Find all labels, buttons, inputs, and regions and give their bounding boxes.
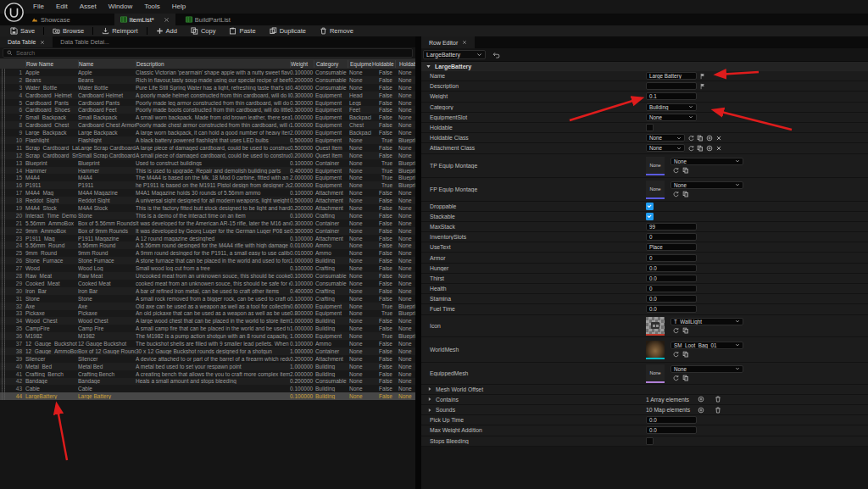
name-input[interactable]: Large Battery	[646, 72, 697, 80]
table-row[interactable]: 29Cooked_MeatCooked Meatcooked meat from…	[0, 280, 415, 287]
row-drag-handle[interactable]	[0, 242, 7, 249]
equipmentslot-dropdown[interactable]: None	[646, 114, 697, 121]
use-selected-icon[interactable]	[672, 375, 679, 381]
max-weight-addition-input[interactable]: 0.0	[646, 426, 697, 434]
property-row-attachment-class[interactable]: Attachment ClassNone	[421, 143, 868, 153]
holdable-checkbox[interactable]	[646, 124, 654, 131]
close-icon[interactable]	[164, 17, 170, 23]
table-row[interactable]: 229mm_AmmoBoxBox of 9mm RoundsIt was dev…	[0, 227, 415, 235]
tab-row-editor[interactable]: Row Editor	[421, 36, 475, 48]
table-row[interactable]: 27WoodWood LogSmall wood log cut from a …	[0, 264, 415, 272]
property-row-usetext[interactable]: UseTextPlace	[421, 242, 868, 253]
expander-collapsed-icon[interactable]	[427, 386, 432, 392]
table-row[interactable]: 33PickaxePickaxeAn old pickaxe that can …	[0, 310, 415, 318]
row-drag-handle[interactable]	[0, 144, 7, 152]
row-drag-handle[interactable]	[0, 136, 7, 144]
property-row-pick-up-time[interactable]: Pick Up Time0.0	[421, 415, 868, 425]
property-row-droppable[interactable]: Droppable	[421, 202, 868, 212]
category-dropdown[interactable]: Building	[646, 103, 697, 111]
property-row-weight[interactable]: Weight0.1	[421, 92, 868, 102]
close-icon[interactable]	[462, 40, 467, 45]
trash-icon[interactable]	[715, 396, 721, 403]
table-row[interactable]: 15M4A4M4A4The M4A4 is based on the Mk. 1…	[0, 174, 415, 181]
table-row[interactable]: 28Raw_MeatRaw MeatUncooked meat from an …	[0, 272, 415, 280]
property-row-stops-bleeding[interactable]: Stops Bleeding	[421, 436, 868, 447]
use-selected-icon[interactable]	[672, 191, 679, 197]
column-header-holdable[interactable]: Holdable	[371, 60, 395, 68]
row-drag-handle[interactable]	[0, 363, 7, 370]
row-drag-handle[interactable]	[0, 189, 7, 197]
plus-circle-icon[interactable]	[706, 145, 713, 152]
table-row[interactable]: 8Cardboard_ChestCardboard Chest ArmorPoo…	[0, 121, 415, 129]
clear-x-icon[interactable]	[715, 135, 722, 142]
row-drag-handle[interactable]	[0, 181, 7, 189]
row-drag-handle[interactable]	[0, 129, 7, 136]
row-drag-handle[interactable]	[0, 378, 7, 386]
property-row-name[interactable]: NameLarge Battery	[421, 71, 868, 81]
row-drag-handle[interactable]	[0, 310, 7, 318]
property-row-maxstack[interactable]: MaxStack99	[421, 222, 868, 232]
table-row[interactable]: 11Scrap_Cardboard_LargeLarge Scrap Cardb…	[0, 144, 415, 152]
browse-to-asset-icon[interactable]	[682, 351, 689, 358]
browse-to-asset-icon[interactable]	[682, 167, 689, 174]
row-drag-handle[interactable]	[0, 385, 7, 392]
table-row[interactable]: 41Crafting_BenchCrafting BenchA creating…	[0, 370, 415, 378]
table-row[interactable]: 215.56mm_AmmoBoxBox of 5.56mm RoundsIt w…	[0, 219, 415, 227]
table-row[interactable]: 19M4A4_StockM4A4 StockThis is the factor…	[0, 204, 415, 212]
column-header-category[interactable]: Category	[314, 60, 348, 68]
fuel-time-input[interactable]: 0.0	[646, 305, 697, 313]
table-row[interactable]: 3712_Gauge_Buckshot12 Gauge BuckshotThe …	[0, 340, 415, 347]
browse-to-asset-icon[interactable]	[697, 145, 704, 152]
table-row[interactable]: 32AxeAxeOld axe can be used as a weapon …	[0, 303, 415, 310]
table-row[interactable]: 31StoneStoneA small rock removed from a …	[0, 295, 415, 303]
row-drag-handle[interactable]	[0, 219, 7, 227]
property-row-fp-equip-montage[interactable]: FP Equip MontageNoneNone	[421, 178, 868, 202]
duplicate-button[interactable]: Duplicate	[263, 25, 313, 36]
table-row[interactable]: 39SilencerSilencerA device attached to o…	[0, 355, 415, 363]
table-row[interactable]: 16P1911P1911he P1911 is based on the M19…	[0, 181, 415, 189]
column-header-row-name[interactable]: Row Name	[25, 60, 78, 68]
row-drag-handle[interactable]	[0, 92, 7, 99]
row-drag-handle[interactable]	[0, 227, 7, 235]
search-input[interactable]: Search	[3, 48, 413, 58]
row-drag-handle[interactable]	[0, 159, 7, 167]
copy-button[interactable]: Copy	[184, 25, 223, 36]
property-row-thirst[interactable]: Thirst0.0	[421, 274, 868, 284]
weight-input[interactable]: 0.1	[646, 92, 697, 100]
pick-up-time-input[interactable]: 0.0	[646, 416, 697, 424]
hunger-input[interactable]: 0.0	[646, 264, 697, 272]
row-drag-handle[interactable]	[0, 332, 7, 340]
property-row-hunger[interactable]: Hunger0.0	[421, 264, 868, 274]
reimport-button[interactable]: Reimport	[95, 25, 144, 36]
tab-data-table-detai-[interactable]: Data Table Detai...	[53, 36, 116, 47]
property-row-equippedmesh[interactable]: EquippedMeshNoneNone	[421, 363, 868, 385]
row-drag-handle[interactable]	[0, 197, 7, 204]
table-row[interactable]: 259mm_Round9mm RoundA 9mm round desinged…	[0, 249, 415, 257]
column-header-description[interactable]: Description	[136, 60, 290, 68]
row-drag-handle[interactable]	[0, 340, 7, 347]
tp-equip-montage-dropdown[interactable]: None	[670, 158, 743, 165]
row-drag-handle[interactable]	[0, 370, 7, 378]
save-button[interactable]: Save	[3, 25, 42, 36]
icon-dropdown[interactable]: T_WallLight	[670, 318, 743, 325]
attachment-class-dropdown[interactable]: None	[646, 144, 685, 152]
table-row[interactable]: 245.56mm_Round5.56mm RoundA 5.56mm round…	[0, 242, 415, 249]
table-row[interactable]: 20Interact_Time_DemoStoneThis is a demo …	[0, 212, 415, 219]
property-row-inventoryslots[interactable]: InventorySlots0	[421, 232, 868, 242]
add-button[interactable]: Add	[149, 25, 184, 36]
table-row[interactable]: 13BlueprintBlueprintUsed to construct bu…	[0, 159, 415, 167]
property-row-sounds[interactable]: Sounds10 Map elements	[421, 405, 868, 415]
table-row[interactable]: 2BeansBeansRich in flavour,tasty soup ma…	[0, 76, 415, 84]
table-row[interactable]: 1AppleAppleClassic Victorian 'pearmain' …	[0, 69, 415, 76]
armor-input[interactable]: 0	[646, 254, 697, 262]
property-row-equipmentslot[interactable]: EquipmentSlotNone	[421, 113, 868, 123]
table-row[interactable]: 23P1911_MagP1911 MagazineA 12 round maga…	[0, 235, 415, 242]
stops-bleeding-checkbox[interactable]	[646, 437, 654, 445]
equippedmesh-dropdown[interactable]: None	[670, 365, 743, 373]
table-row[interactable]: 40Metal_BedMetal BedA metal bed used to …	[0, 363, 415, 370]
table-row[interactable]: 43CableCable0.100000BuildingNoneFalseNon…	[0, 385, 415, 392]
property-row-fuel-time[interactable]: Fuel Time0.0	[421, 304, 868, 314]
close-icon[interactable]	[40, 40, 45, 45]
worldmesh-thumbnail[interactable]	[646, 341, 665, 358]
row-drag-handle[interactable]	[0, 355, 7, 363]
